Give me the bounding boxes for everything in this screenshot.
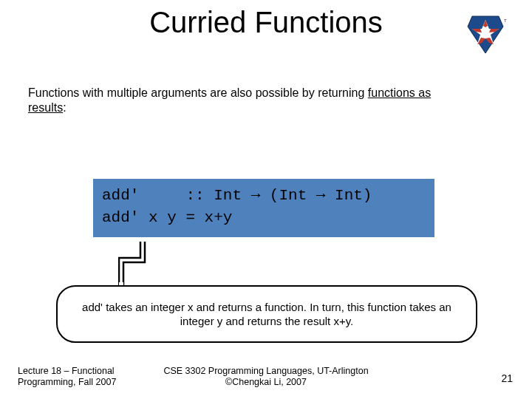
uta-star-logo: TM [464, 13, 507, 59]
code-line-1: add' :: Int → (Int → Int) [102, 187, 372, 204]
callout-text: add' takes an integer x and returns a fu… [80, 300, 454, 329]
intro-pre: Functions with multiple arguments are al… [28, 86, 368, 99]
footer-left-line2: Programming, Fall 2007 [18, 377, 151, 389]
code-box: add' :: Int → (Int → Int) add' x y = x+y [93, 179, 434, 237]
intro-text: Functions with multiple arguments are al… [28, 86, 501, 115]
code-line-2: add' x y = x+y [102, 209, 232, 226]
title-row: Curried Functions [0, 0, 532, 39]
slide-title: Curried Functions [149, 6, 383, 39]
intro-underline-2: results [28, 101, 63, 114]
svg-text:TM: TM [504, 18, 507, 23]
intro-underline-1: functions as [368, 86, 431, 99]
intro-post: : [63, 101, 66, 114]
callout-pointer [118, 242, 152, 287]
footer-left-line1: Lecture 18 – Functional [18, 366, 151, 378]
page-number: 21 [501, 372, 513, 384]
footer: Lecture 18 – Functional Programming, Fal… [0, 366, 532, 389]
slide: Curried Functions TM Functions with mult… [0, 0, 532, 399]
footer-left: Lecture 18 – Functional Programming, Fal… [18, 366, 151, 389]
callout-box: add' takes an integer x and returns a fu… [56, 285, 477, 343]
